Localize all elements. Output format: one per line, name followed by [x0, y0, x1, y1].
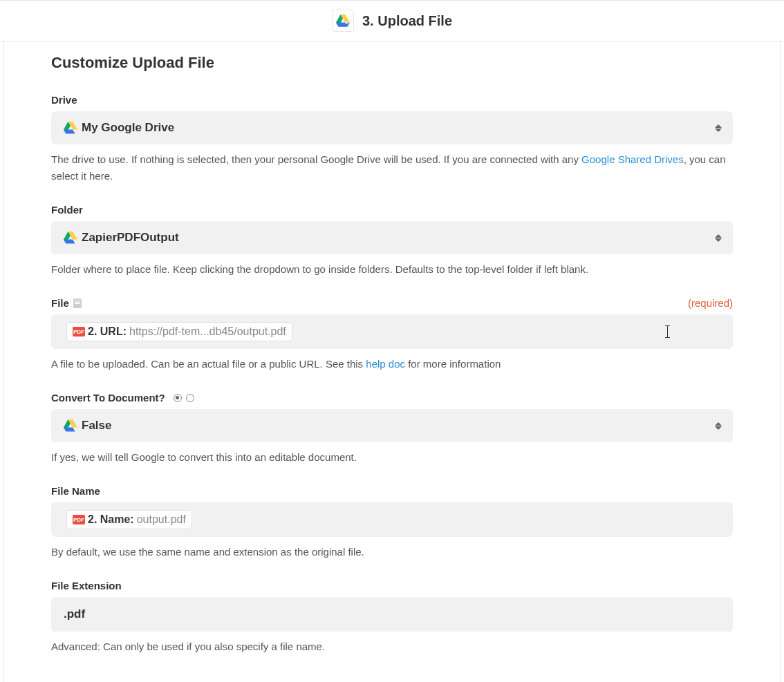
google-drive-icon: [59, 117, 82, 139]
form-content: Customize Upload File Drive My Google Dr…: [4, 41, 780, 682]
folder-help: Folder where to place file. Keep clickin…: [51, 261, 733, 278]
google-drive-icon: [332, 10, 354, 32]
file-help: A file to be uploaded. Can be an actual …: [51, 356, 733, 372]
field-filename: File Name PDF 2. Name: output.pdf By def…: [51, 485, 733, 560]
radio-option-2[interactable]: [186, 394, 194, 402]
folder-label: Folder: [51, 204, 83, 216]
field-drive: Drive My Google Drive The drive to use. …: [51, 94, 733, 184]
drive-dropdown[interactable]: My Google Drive: [51, 111, 733, 144]
text-cursor-icon: [667, 325, 668, 338]
drive-value: My Google Drive: [82, 121, 174, 135]
extension-value: .pdf: [64, 607, 85, 621]
filename-label: File Name: [51, 485, 100, 497]
google-drive-icon: [59, 227, 82, 249]
folder-dropdown[interactable]: ZapierPDFOutput: [51, 221, 733, 254]
radio-option-1[interactable]: [174, 394, 182, 402]
pdf-badge-icon: PDF: [73, 327, 85, 337]
document-icon: [73, 299, 82, 308]
dropdown-caret-icon: [715, 234, 722, 242]
folder-value: ZapierPDFOutput: [82, 231, 179, 245]
filename-pill[interactable]: PDF 2. Name: output.pdf: [66, 510, 192, 529]
extension-label: File Extension: [51, 580, 122, 591]
convert-help: If yes, we will tell Google to convert t…: [51, 449, 733, 466]
step-header: 3. Upload File: [0, 0, 784, 41]
help-doc-link[interactable]: help doc: [366, 358, 405, 370]
shared-drives-link[interactable]: Google Shared Drives: [581, 153, 684, 165]
extension-help: Advanced: Can only be used if you also s…: [51, 638, 733, 655]
field-convert: Convert To Document? False If yes, we wi: [51, 392, 733, 466]
field-extension: File Extension .pdf Advanced: Can only b…: [51, 580, 733, 655]
required-badge: (required): [688, 297, 733, 309]
file-label: File: [51, 297, 82, 309]
google-drive-icon: [59, 415, 82, 437]
file-input[interactable]: PDF 2. URL: https://pdf-tem...db45/outpu…: [51, 314, 733, 349]
convert-value: False: [82, 419, 111, 433]
pdf-badge-icon: PDF: [73, 515, 85, 524]
drive-label: Drive: [51, 94, 77, 106]
field-folder: Folder ZapierPDFOutput Folder where to p…: [51, 204, 733, 278]
extension-input[interactable]: .pdf: [51, 597, 733, 632]
filename-input[interactable]: PDF 2. Name: output.pdf: [51, 502, 733, 537]
dropdown-caret-icon: [715, 422, 722, 430]
step-title: 3. Upload File: [362, 13, 452, 29]
convert-dropdown[interactable]: False: [51, 409, 733, 442]
convert-mode-radios: [174, 394, 194, 402]
dropdown-caret-icon: [715, 124, 722, 132]
convert-label: Convert To Document?: [51, 392, 194, 404]
field-file: File (required) PDF 2. URL: https://pdf-…: [51, 297, 733, 372]
page-title: Customize Upload File: [51, 54, 733, 72]
drive-help: The drive to use. If nothing is selected…: [51, 151, 733, 184]
file-pill[interactable]: PDF 2. URL: https://pdf-tem...db45/outpu…: [66, 322, 292, 341]
filename-help: By default, we use the same name and ext…: [51, 544, 733, 560]
